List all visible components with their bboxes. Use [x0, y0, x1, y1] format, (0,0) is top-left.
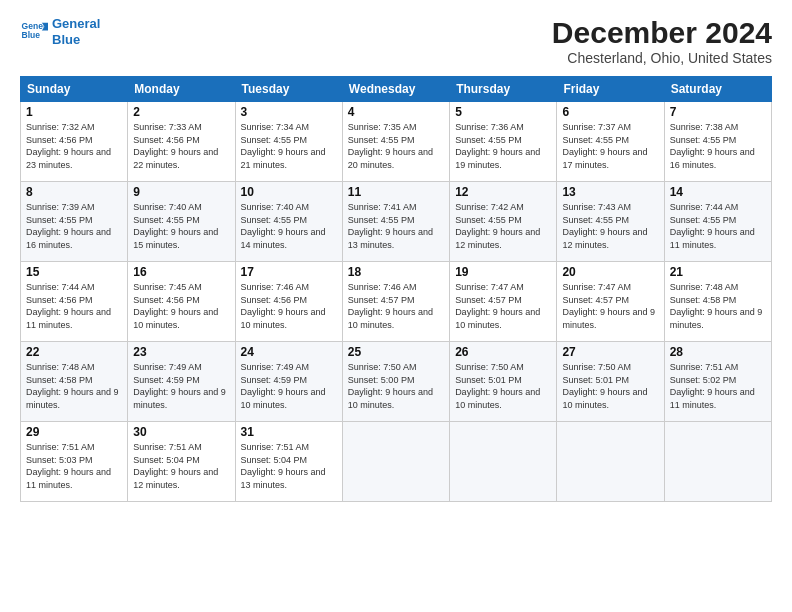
day-info: Sunrise: 7:44 AMSunset: 4:55 PMDaylight:… — [670, 201, 766, 251]
calendar-cell: 5Sunrise: 7:36 AMSunset: 4:55 PMDaylight… — [450, 102, 557, 182]
svg-text:Blue: Blue — [22, 30, 41, 40]
day-info: Sunrise: 7:46 AMSunset: 4:56 PMDaylight:… — [241, 281, 337, 331]
logo-text: General Blue — [52, 16, 100, 47]
day-number: 30 — [133, 425, 229, 439]
day-info: Sunrise: 7:49 AMSunset: 4:59 PMDaylight:… — [133, 361, 229, 411]
subtitle: Chesterland, Ohio, United States — [552, 50, 772, 66]
day-info: Sunrise: 7:48 AMSunset: 4:58 PMDaylight:… — [670, 281, 766, 331]
calendar-cell: 2Sunrise: 7:33 AMSunset: 4:56 PMDaylight… — [128, 102, 235, 182]
calendar-table: SundayMondayTuesdayWednesdayThursdayFrid… — [20, 76, 772, 502]
day-number: 3 — [241, 105, 337, 119]
day-number: 31 — [241, 425, 337, 439]
day-info: Sunrise: 7:41 AMSunset: 4:55 PMDaylight:… — [348, 201, 444, 251]
day-info: Sunrise: 7:51 AMSunset: 5:04 PMDaylight:… — [241, 441, 337, 491]
day-info: Sunrise: 7:33 AMSunset: 4:56 PMDaylight:… — [133, 121, 229, 171]
day-number: 11 — [348, 185, 444, 199]
day-info: Sunrise: 7:50 AMSunset: 5:01 PMDaylight:… — [455, 361, 551, 411]
day-number: 25 — [348, 345, 444, 359]
calendar-cell: 3Sunrise: 7:34 AMSunset: 4:55 PMDaylight… — [235, 102, 342, 182]
day-number: 1 — [26, 105, 122, 119]
day-header-thursday: Thursday — [450, 77, 557, 102]
day-info: Sunrise: 7:40 AMSunset: 4:55 PMDaylight:… — [133, 201, 229, 251]
calendar-cell: 29Sunrise: 7:51 AMSunset: 5:03 PMDayligh… — [21, 422, 128, 502]
day-number: 2 — [133, 105, 229, 119]
calendar-cell: 22Sunrise: 7:48 AMSunset: 4:58 PMDayligh… — [21, 342, 128, 422]
header: General Blue General Blue December 2024 … — [20, 16, 772, 66]
day-info: Sunrise: 7:50 AMSunset: 5:00 PMDaylight:… — [348, 361, 444, 411]
day-info: Sunrise: 7:51 AMSunset: 5:03 PMDaylight:… — [26, 441, 122, 491]
day-info: Sunrise: 7:39 AMSunset: 4:55 PMDaylight:… — [26, 201, 122, 251]
day-number: 20 — [562, 265, 658, 279]
day-info: Sunrise: 7:44 AMSunset: 4:56 PMDaylight:… — [26, 281, 122, 331]
day-number: 18 — [348, 265, 444, 279]
day-info: Sunrise: 7:43 AMSunset: 4:55 PMDaylight:… — [562, 201, 658, 251]
day-number: 24 — [241, 345, 337, 359]
calendar-cell: 9Sunrise: 7:40 AMSunset: 4:55 PMDaylight… — [128, 182, 235, 262]
day-number: 4 — [348, 105, 444, 119]
day-info: Sunrise: 7:46 AMSunset: 4:57 PMDaylight:… — [348, 281, 444, 331]
title-block: December 2024 Chesterland, Ohio, United … — [552, 16, 772, 66]
calendar-cell: 4Sunrise: 7:35 AMSunset: 4:55 PMDaylight… — [342, 102, 449, 182]
day-info: Sunrise: 7:36 AMSunset: 4:55 PMDaylight:… — [455, 121, 551, 171]
calendar-cell: 19Sunrise: 7:47 AMSunset: 4:57 PMDayligh… — [450, 262, 557, 342]
day-number: 12 — [455, 185, 551, 199]
day-info: Sunrise: 7:47 AMSunset: 4:57 PMDaylight:… — [455, 281, 551, 331]
day-number: 29 — [26, 425, 122, 439]
logo: General Blue General Blue — [20, 16, 100, 47]
calendar-cell: 27Sunrise: 7:50 AMSunset: 5:01 PMDayligh… — [557, 342, 664, 422]
day-number: 21 — [670, 265, 766, 279]
day-info: Sunrise: 7:49 AMSunset: 4:59 PMDaylight:… — [241, 361, 337, 411]
calendar-cell: 1Sunrise: 7:32 AMSunset: 4:56 PMDaylight… — [21, 102, 128, 182]
day-info: Sunrise: 7:45 AMSunset: 4:56 PMDaylight:… — [133, 281, 229, 331]
day-info: Sunrise: 7:40 AMSunset: 4:55 PMDaylight:… — [241, 201, 337, 251]
calendar-cell: 10Sunrise: 7:40 AMSunset: 4:55 PMDayligh… — [235, 182, 342, 262]
calendar-cell: 28Sunrise: 7:51 AMSunset: 5:02 PMDayligh… — [664, 342, 771, 422]
day-number: 19 — [455, 265, 551, 279]
day-number: 8 — [26, 185, 122, 199]
main-title: December 2024 — [552, 16, 772, 50]
calendar-cell — [342, 422, 449, 502]
calendar-cell: 13Sunrise: 7:43 AMSunset: 4:55 PMDayligh… — [557, 182, 664, 262]
calendar-cell: 16Sunrise: 7:45 AMSunset: 4:56 PMDayligh… — [128, 262, 235, 342]
calendar-cell: 24Sunrise: 7:49 AMSunset: 4:59 PMDayligh… — [235, 342, 342, 422]
day-number: 28 — [670, 345, 766, 359]
day-info: Sunrise: 7:37 AMSunset: 4:55 PMDaylight:… — [562, 121, 658, 171]
day-header-friday: Friday — [557, 77, 664, 102]
calendar-cell: 23Sunrise: 7:49 AMSunset: 4:59 PMDayligh… — [128, 342, 235, 422]
calendar-cell: 17Sunrise: 7:46 AMSunset: 4:56 PMDayligh… — [235, 262, 342, 342]
day-number: 14 — [670, 185, 766, 199]
calendar-cell: 30Sunrise: 7:51 AMSunset: 5:04 PMDayligh… — [128, 422, 235, 502]
calendar-cell: 7Sunrise: 7:38 AMSunset: 4:55 PMDaylight… — [664, 102, 771, 182]
day-info: Sunrise: 7:42 AMSunset: 4:55 PMDaylight:… — [455, 201, 551, 251]
calendar-cell: 14Sunrise: 7:44 AMSunset: 4:55 PMDayligh… — [664, 182, 771, 262]
logo-icon: General Blue — [20, 18, 48, 46]
day-number: 23 — [133, 345, 229, 359]
day-number: 16 — [133, 265, 229, 279]
day-header-wednesday: Wednesday — [342, 77, 449, 102]
calendar-cell: 12Sunrise: 7:42 AMSunset: 4:55 PMDayligh… — [450, 182, 557, 262]
calendar-cell: 15Sunrise: 7:44 AMSunset: 4:56 PMDayligh… — [21, 262, 128, 342]
calendar-cell — [450, 422, 557, 502]
calendar-cell: 6Sunrise: 7:37 AMSunset: 4:55 PMDaylight… — [557, 102, 664, 182]
day-number: 6 — [562, 105, 658, 119]
calendar-cell: 25Sunrise: 7:50 AMSunset: 5:00 PMDayligh… — [342, 342, 449, 422]
day-number: 9 — [133, 185, 229, 199]
calendar-cell: 26Sunrise: 7:50 AMSunset: 5:01 PMDayligh… — [450, 342, 557, 422]
day-header-saturday: Saturday — [664, 77, 771, 102]
day-header-monday: Monday — [128, 77, 235, 102]
calendar-cell: 21Sunrise: 7:48 AMSunset: 4:58 PMDayligh… — [664, 262, 771, 342]
day-info: Sunrise: 7:50 AMSunset: 5:01 PMDaylight:… — [562, 361, 658, 411]
calendar-cell: 18Sunrise: 7:46 AMSunset: 4:57 PMDayligh… — [342, 262, 449, 342]
day-number: 26 — [455, 345, 551, 359]
day-info: Sunrise: 7:51 AMSunset: 5:04 PMDaylight:… — [133, 441, 229, 491]
day-header-sunday: Sunday — [21, 77, 128, 102]
day-info: Sunrise: 7:48 AMSunset: 4:58 PMDaylight:… — [26, 361, 122, 411]
calendar-cell: 8Sunrise: 7:39 AMSunset: 4:55 PMDaylight… — [21, 182, 128, 262]
day-number: 13 — [562, 185, 658, 199]
day-info: Sunrise: 7:34 AMSunset: 4:55 PMDaylight:… — [241, 121, 337, 171]
calendar-page: General Blue General Blue December 2024 … — [0, 0, 792, 612]
day-header-tuesday: Tuesday — [235, 77, 342, 102]
calendar-cell — [557, 422, 664, 502]
day-number: 17 — [241, 265, 337, 279]
day-info: Sunrise: 7:51 AMSunset: 5:02 PMDaylight:… — [670, 361, 766, 411]
